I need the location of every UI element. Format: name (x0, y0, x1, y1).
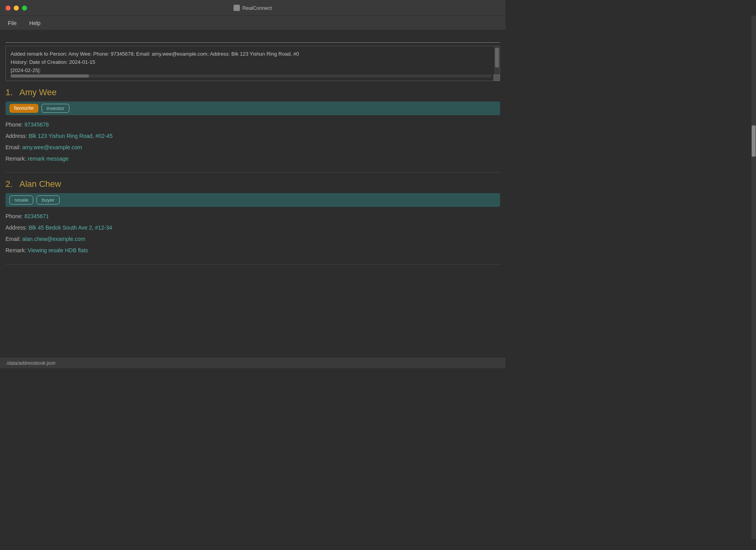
person-1-address-value: Blk 123 Yishun Ring Road, #02-45 (29, 133, 112, 139)
title-bar: RealConnect (0, 0, 506, 16)
tag-buyer-2[interactable]: buyer (36, 195, 60, 204)
person-2-email-label: Email: (5, 236, 21, 242)
output-line-2: History: Date of Creation: 2024-01-15 (11, 58, 495, 67)
close-button[interactable] (5, 5, 11, 11)
app-title: RealConnect (234, 5, 272, 11)
person-2-name: 2. Alan Chew (5, 179, 500, 189)
status-text: ./data/addressbook.json (5, 360, 55, 366)
person-1-fullname: Amy Wee (19, 87, 56, 97)
output-hscrollbar[interactable] (11, 74, 492, 78)
command-input[interactable] (5, 33, 500, 43)
person-2-number: 2. (5, 179, 13, 189)
tag-favourite-1[interactable]: favourite (9, 104, 38, 113)
menu-help[interactable]: Help (27, 18, 43, 28)
person-2-remark-value: Viewing resale HDB flats (28, 247, 88, 253)
minimize-button[interactable] (14, 5, 19, 11)
person-2-address-label: Address: (5, 224, 27, 231)
output-line-3: [2024-02-25]: (11, 67, 495, 75)
person-1-phone: Phone: 97345678 (5, 121, 500, 129)
person-card-1: 1. Amy Wee favourite investor Phone: 973… (5, 87, 500, 173)
person-2-remark-label: Remark: (5, 247, 26, 253)
person-1-remark: Remark: remark message (5, 155, 500, 163)
person-1-remark-label: Remark: (5, 156, 26, 162)
menu-file[interactable]: File (5, 18, 19, 28)
person-1-address: Address: Blk 123 Yishun Ring Road, #02-4… (5, 132, 500, 140)
output-line-1: Added remark to Person: Amy Wee; Phone: … (11, 50, 495, 58)
person-2-address: Address: Blk 45 Bedok South Ave 2, #12-3… (5, 224, 500, 232)
person-1-email-label: Email: (5, 144, 21, 150)
person-1-name: 1. Amy Wee (5, 87, 500, 98)
person-2-address-value: Blk 45 Bedok South Ave 2, #12-34 (29, 224, 112, 231)
person-1-email-value: amy.wee@example.com (22, 144, 82, 150)
person-1-number: 1. (5, 87, 13, 97)
tag-resale-2[interactable]: resale (9, 195, 33, 204)
maximize-button[interactable] (22, 5, 27, 11)
results-container[interactable]: 1. Amy Wee favourite investor Phone: 973… (0, 84, 506, 357)
person-2-phone: Phone: 82345671 (5, 212, 500, 221)
person-1-remark-value: remark message (28, 156, 69, 162)
person-card-2: 2. Alan Chew resale buyer Phone: 8234567… (5, 179, 500, 264)
output-hscrollbar-thumb[interactable] (11, 74, 89, 78)
person-1-address-label: Address: (5, 133, 27, 139)
person-1-phone-value: 97345678 (24, 121, 49, 128)
person-2-email: Email: alan.chew@example.com (5, 235, 500, 243)
menu-bar: File Help (0, 16, 506, 30)
person-2-remark: Remark: Viewing resale HDB flats (5, 246, 500, 255)
traffic-lights[interactable] (5, 5, 27, 11)
output-area: Added remark to Person: Amy Wee; Phone: … (5, 46, 500, 81)
tag-investor-1[interactable]: investor (42, 104, 70, 113)
person-2-tags-bar: resale buyer (5, 193, 500, 207)
command-area (0, 30, 506, 44)
output-scrollbar-btn[interactable] (493, 74, 500, 81)
person-1-tags-bar: favourite investor (5, 101, 500, 115)
status-bar: ./data/addressbook.json (0, 357, 506, 368)
person-2-fullname: Alan Chew (19, 179, 61, 189)
person-1-email: Email: amy.wee@example.com (5, 143, 500, 152)
person-1-phone-label: Phone: (5, 121, 23, 128)
output-vscrollbar-thumb[interactable] (495, 48, 499, 67)
person-2-phone-value: 82345671 (24, 213, 49, 219)
person-2-email-value: alan.chew@example.com (22, 236, 85, 242)
person-2-phone-label: Phone: (5, 213, 23, 219)
app-icon (234, 5, 240, 11)
